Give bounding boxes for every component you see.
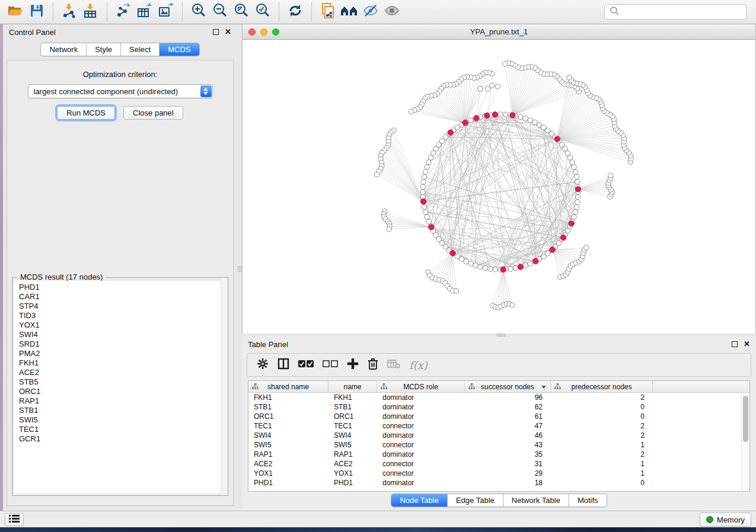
column-header-name[interactable]: name — [328, 381, 377, 392]
show-columns-button[interactable] — [277, 358, 289, 372]
mcds-result-item[interactable]: FKH1 — [14, 358, 226, 368]
table-cell: YOX1 — [328, 469, 377, 478]
mcds-list-scrollbar[interactable] — [221, 278, 228, 495]
tab-style[interactable]: Style — [87, 43, 121, 56]
add-column-button[interactable] — [347, 358, 359, 372]
maximize-window-icon[interactable] — [272, 28, 279, 36]
mcds-result-item[interactable]: TEC1 — [14, 425, 226, 434]
tab-mcds[interactable]: MCDS — [160, 43, 199, 56]
minimize-window-icon[interactable] — [260, 28, 267, 36]
network-window-titlebar[interactable]: YPA_prune.txt_1 — [243, 24, 755, 40]
open-file-button[interactable] — [5, 2, 26, 22]
scrollbar-thumb[interactable] — [743, 396, 748, 442]
export-image-button[interactable] — [155, 2, 177, 22]
show-all-button[interactable] — [381, 2, 403, 22]
table-row[interactable]: SWI5SWI5connector431 — [248, 440, 749, 450]
mcds-result-item[interactable]: PHD1 — [14, 281, 226, 292]
tab-edge-table[interactable]: Edge Table — [448, 494, 503, 507]
mcds-result-item[interactable]: TID3 — [14, 311, 226, 321]
table-row[interactable]: FKH1FKH1dominator962 — [248, 393, 749, 402]
table-scrollbar[interactable] — [741, 393, 749, 491]
table-cell: dominator — [377, 431, 465, 440]
fx-icon: f(x) — [409, 359, 428, 371]
mcds-result-item[interactable]: ORC1 — [14, 387, 226, 396]
hide-selected-button[interactable] — [360, 2, 381, 22]
first-neighbors-button[interactable] — [339, 2, 360, 22]
tab-network-table[interactable]: Network Table — [503, 494, 569, 507]
mcds-result-list[interactable]: PHD1CAR1STP4TID3YOX1SWI4SRD1PMA2FKH1ACE2… — [14, 281, 226, 493]
trash-icon — [368, 358, 378, 372]
tab-motifs[interactable]: Motifs — [569, 494, 607, 507]
zoom-selected-button[interactable] — [252, 2, 273, 22]
function-builder-button[interactable]: f(x) — [409, 359, 428, 371]
column-header-successor-nodes[interactable]: successor nodes — [465, 381, 551, 392]
mcds-result-item[interactable]: CAR1 — [14, 292, 226, 302]
table-row[interactable]: YOX1YOX1connector291 — [248, 469, 749, 478]
table-cell: 47 — [465, 421, 551, 431]
zoom-fit-icon — [234, 3, 249, 21]
import-table-button[interactable] — [80, 2, 101, 22]
export-table-button[interactable] — [134, 2, 155, 22]
mcds-result-item[interactable]: PMA2 — [14, 349, 226, 358]
table-cell: STB1 — [328, 402, 377, 412]
close-panel-button[interactable]: Close panel — [123, 106, 183, 120]
node-table-body: FKH1FKH1dominator962STB1STB1dominator620… — [248, 393, 749, 488]
column-header-predecessor-nodes[interactable]: predecessor nodes — [551, 381, 653, 392]
zoom-fit-button[interactable] — [231, 2, 252, 22]
network-canvas[interactable] — [243, 40, 755, 334]
table-row[interactable]: TEC1TEC1connector472 — [248, 421, 749, 431]
column-label: name — [343, 383, 361, 391]
tab-select[interactable]: Select — [121, 43, 160, 56]
mcds-result-item[interactable]: STP4 — [14, 302, 226, 311]
mcds-result-item[interactable]: STB5 — [14, 377, 226, 387]
search-field[interactable] — [604, 4, 747, 20]
table-row[interactable]: RAP1RAP1dominator352 — [248, 450, 749, 459]
float-panel-icon[interactable] — [213, 29, 219, 35]
select-all-button[interactable] — [298, 360, 314, 370]
delete-column-button[interactable] — [368, 358, 378, 372]
mcds-result-item[interactable]: GCR1 — [14, 434, 226, 444]
splitter-handle[interactable] — [238, 266, 241, 272]
column-header-mcds-role[interactable]: MCDS role — [377, 381, 465, 392]
mcds-result-item[interactable]: STB1 — [14, 406, 226, 415]
float-panel-icon[interactable] — [732, 341, 738, 347]
table-cell — [653, 421, 749, 431]
import-network-button[interactable] — [59, 2, 80, 22]
zoom-out-button[interactable] — [209, 2, 231, 22]
memory-button[interactable]: Memory — [700, 512, 751, 527]
sort-chevron-icon[interactable] — [541, 386, 546, 389]
close-panel-icon[interactable]: ✕ — [744, 341, 750, 347]
mcds-result-item[interactable]: SRD1 — [14, 339, 226, 349]
refresh-layout-button[interactable] — [285, 2, 306, 22]
run-mcds-button[interactable]: Run MCDS — [57, 106, 115, 120]
close-window-icon[interactable] — [248, 28, 256, 36]
new-network-from-selection-button[interactable] — [317, 2, 339, 22]
mcds-result-item[interactable]: SWI5 — [14, 415, 226, 425]
table-row[interactable]: STB1STB1dominator620 — [248, 402, 749, 412]
mcds-result-item[interactable]: YOX1 — [14, 321, 226, 330]
zoom-in-button[interactable] — [188, 2, 209, 22]
task-history-button[interactable] — [5, 513, 24, 526]
mcds-result-item[interactable]: SWI4 — [14, 330, 226, 339]
save-session-button[interactable] — [26, 2, 47, 22]
mcds-result-item[interactable]: RAP1 — [14, 396, 226, 406]
search-input[interactable] — [620, 6, 746, 18]
close-panel-icon[interactable]: ✕ — [225, 29, 231, 35]
unchecked-boxes-icon — [323, 360, 338, 370]
criterion-select[interactable]: largest connected component (undirected) — [28, 84, 213, 98]
table-row[interactable]: ACE2ACE2connector311 — [248, 459, 749, 469]
table-row[interactable]: SWI4SWI4dominator462 — [248, 431, 749, 440]
table-row[interactable]: ORC1ORC1dominator610 — [248, 412, 749, 421]
tab-node-table[interactable]: Node Table — [391, 494, 448, 507]
control-panel-tabs: Network Style Select MCDS — [3, 43, 237, 56]
vertical-splitter[interactable] — [237, 24, 242, 511]
optimization-criterion-label: Optimization criterion: — [7, 70, 233, 79]
table-options-button[interactable] — [257, 358, 269, 372]
deselect-all-button[interactable] — [323, 360, 338, 370]
mcds-result-item[interactable]: ACE2 — [14, 368, 226, 377]
column-header-shared-name[interactable]: shared name — [248, 381, 328, 392]
table-toolbar: f(x) — [247, 353, 751, 377]
export-network-button[interactable] — [113, 2, 134, 22]
table-row[interactable]: PHD1PHD1dominator180 — [248, 478, 749, 488]
tab-network[interactable]: Network — [41, 43, 87, 56]
